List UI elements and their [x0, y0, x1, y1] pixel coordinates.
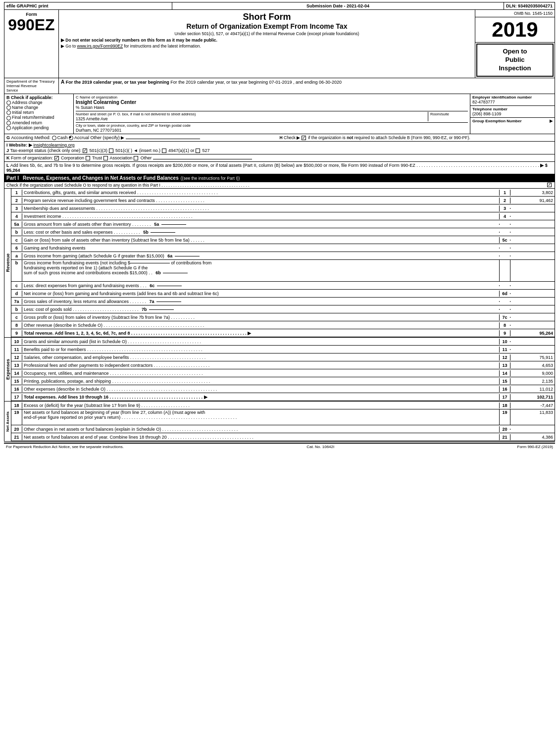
- line-11-row: 11 Benefits paid to or for members . . .…: [11, 346, 555, 353]
- line-10-desc: Grants and similar amounts paid (list in…: [22, 339, 499, 345]
- section-ij: I Website: ▶ insightcolearning.org J Tax…: [4, 142, 555, 154]
- line-19-num: 19: [11, 409, 22, 425]
- form-number: 990EZ: [8, 17, 54, 33]
- app-pending-label: Application pending: [12, 125, 49, 130]
- short-form-title: Short Form: [61, 12, 473, 22]
- line-7a-amount: [510, 301, 555, 302]
- street-label: Number and street (or P. O. box, if mail…: [76, 112, 426, 116]
- line-9-row: 9 Total revenue. Add lines 1, 2, 3, 4, 5…: [11, 329, 555, 337]
- line-5c-row: c Gain or (loss) from sale of assets oth…: [11, 236, 555, 244]
- ein: 82-4783777: [472, 100, 553, 104]
- line-6d-row: d Net income or (loss) from gaming and f…: [11, 290, 555, 298]
- line-16-num: 16: [11, 386, 22, 392]
- line-3-desc: Membership dues and assessments . . . . …: [22, 205, 499, 211]
- line-19-ref: 19: [499, 409, 510, 425]
- 4947a1-checkbox[interactable]: [162, 149, 166, 153]
- line-2-row: 2 Program service revenue including gove…: [11, 197, 555, 204]
- city-label: City or town, state or province, country…: [76, 123, 468, 128]
- line-8-row: 8 Other revenue (describe in Schedule O)…: [11, 321, 555, 329]
- line-6a-desc: Gross income from gaming (attach Schedul…: [22, 253, 499, 259]
- line-20-num: 20: [11, 426, 22, 432]
- line-5b-desc: Less: cost or other basis and sales expe…: [22, 229, 499, 235]
- line-6-desc: Gaming and fundraising events: [22, 245, 499, 251]
- 501c3-checkbox[interactable]: [83, 149, 87, 153]
- line-7b-num: b: [11, 306, 22, 312]
- net-assets-label: Net Assets: [5, 411, 10, 432]
- line-21-row: 21 Net assets or fund balances at end of…: [11, 433, 555, 441]
- line-6c-row: c Less: direct expenses from gaming and …: [11, 282, 555, 290]
- line-6d-num: d: [11, 291, 22, 297]
- address-change-label: Address change: [12, 100, 42, 105]
- line-9-num: 9: [11, 330, 22, 336]
- line-17-row: 17 Total expenses. Add lines 10 through …: [11, 393, 555, 401]
- section-def: Employer identification number 82-478377…: [470, 94, 555, 134]
- line-9-desc: Total revenue. Add lines 1, 2, 3, 4, 5c,…: [22, 330, 499, 336]
- line-17-amount: 102,711: [510, 394, 555, 400]
- cash-radio[interactable]: [52, 136, 56, 140]
- trust-checkbox[interactable]: [86, 156, 90, 160]
- revenue-label: Revenue: [5, 253, 10, 272]
- line-6a-row: a Gross income from gaming (attach Sched…: [11, 252, 555, 260]
- line-15-desc: Printing, publications, postage, and shi…: [22, 378, 499, 384]
- line-4-ref: 4: [499, 213, 510, 219]
- part1-schedule-o-checkbox[interactable]: [547, 183, 552, 187]
- line-17-ref: 17: [499, 394, 510, 400]
- schedule-b-checkbox[interactable]: [302, 136, 306, 140]
- line-20-desc: Other changes in net assets or fund bala…: [22, 426, 499, 432]
- line-1-row: 1 Contributions, gifts, grants, and simi…: [11, 189, 555, 197]
- name-change-radio[interactable]: [6, 105, 11, 110]
- line-12-amount: 75,911: [510, 354, 555, 360]
- omb: OMB No. 1545-1150: [475, 10, 555, 17]
- section-c: C Name of organization Insight Colearnin…: [74, 94, 470, 134]
- line-21-num: 21: [11, 434, 22, 440]
- line-6a-amount: [510, 255, 555, 256]
- line-1-desc: Contributions, gifts, grants, and simila…: [22, 190, 499, 196]
- app-pending-radio[interactable]: [6, 126, 11, 130]
- line-3-num: 3: [11, 205, 22, 211]
- corp-checkbox[interactable]: [54, 156, 59, 160]
- submission-date: Submission Date - 2021-02-04: [172, 2, 504, 9]
- expenses-lines: 10 Grants and similar amounts paid (list…: [11, 338, 555, 401]
- line-1-amount: 3,802: [510, 190, 555, 196]
- line-21-amount: 4,386: [510, 434, 555, 440]
- amended-return-radio[interactable]: [6, 121, 11, 125]
- page: efile GRAPHIC print Submission Date - 20…: [0, 0, 559, 452]
- subtitle: Under section 501(c), 527, or 4947(a)(1)…: [61, 31, 473, 36]
- final-return-radio[interactable]: [6, 116, 11, 120]
- line-21-desc: Net assets or fund balances at end of ye…: [22, 434, 499, 440]
- line-11-amount: [510, 349, 555, 350]
- line-6a-ref: [499, 255, 510, 256]
- accrual-radio[interactable]: [69, 136, 73, 140]
- line-12-num: 12: [11, 354, 22, 360]
- initial-return-radio[interactable]: [6, 110, 11, 115]
- address-change-radio[interactable]: [6, 101, 11, 105]
- line-13-amount: 4,653: [510, 362, 555, 368]
- line-15-amount: 2,135: [510, 378, 555, 384]
- line-7b-amount: [510, 309, 555, 310]
- line-4-num: 4: [11, 213, 22, 219]
- section-g: G Accounting Method: Cash Accrual Other …: [6, 135, 280, 140]
- line-18-amount: -7,447: [510, 403, 555, 408]
- note2: ▶ Go to www.irs.gov/Form990EZ for instru…: [61, 44, 473, 49]
- line-7a-desc: Gross sales of inventory, less returns a…: [22, 299, 499, 304]
- line-14-ref: 14: [499, 370, 510, 376]
- line-12-desc: Salaries, other compensation, and employ…: [22, 354, 499, 360]
- line-18-desc: Excess or (deficit) for the year (Subtra…: [22, 403, 499, 408]
- line-6b-num: b: [11, 260, 22, 281]
- line-5a-row: 5a Gross amount from sale of assets othe…: [11, 220, 555, 228]
- line-14-num: 14: [11, 370, 22, 376]
- line-20-row: 20 Other changes in net assets or fund b…: [11, 425, 555, 433]
- 527-checkbox[interactable]: [196, 149, 200, 153]
- line-5a-ref: [499, 224, 510, 225]
- assoc-checkbox[interactable]: [103, 156, 108, 160]
- line-7c-ref: 7c: [499, 314, 510, 320]
- final-return-label: Final return/terminated: [12, 115, 54, 120]
- line-2-num: 2: [11, 198, 22, 203]
- line-5a-num: 5a: [11, 221, 22, 227]
- section-a-text: A For the 2019 calendar year, or tax yea…: [59, 78, 555, 94]
- dept-label: Department of the TreasuryInternal Reven…: [4, 78, 59, 94]
- line-7a-row: 7a Gross sales of inventory, less return…: [11, 298, 555, 305]
- other-checkbox[interactable]: [134, 156, 138, 160]
- 501c-checkbox[interactable]: [109, 149, 113, 153]
- line-14-desc: Occupancy, rent, utilities, and maintena…: [22, 370, 499, 376]
